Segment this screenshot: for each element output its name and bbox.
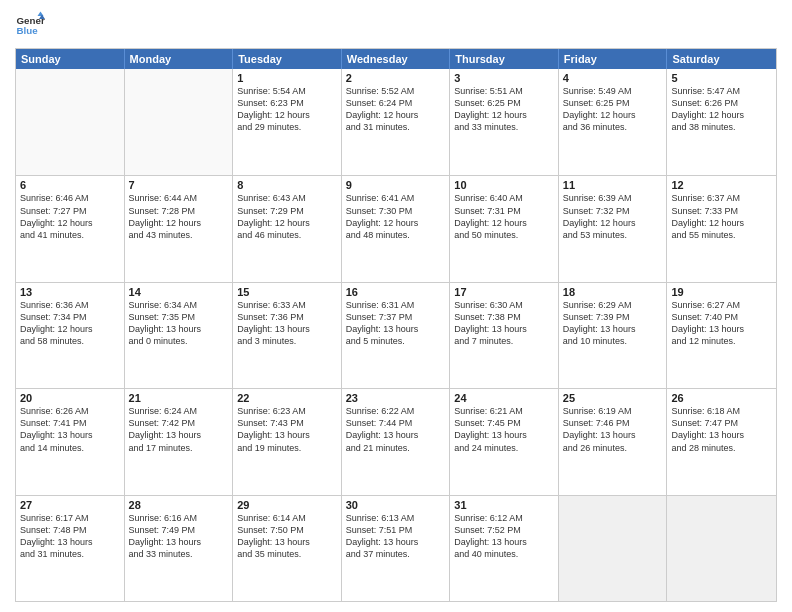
day-cell-15: 15Sunrise: 6:33 AMSunset: 7:36 PMDayligh… [233,283,342,388]
day-info: Sunrise: 5:54 AMSunset: 6:23 PMDaylight:… [237,85,337,134]
day-number: 14 [129,286,229,298]
day-info: Sunrise: 6:30 AMSunset: 7:38 PMDaylight:… [454,299,554,348]
day-cell-11: 11Sunrise: 6:39 AMSunset: 7:32 PMDayligh… [559,176,668,281]
day-cell-9: 9Sunrise: 6:41 AMSunset: 7:30 PMDaylight… [342,176,451,281]
day-cell-13: 13Sunrise: 6:36 AMSunset: 7:34 PMDayligh… [16,283,125,388]
day-cell-8: 8Sunrise: 6:43 AMSunset: 7:29 PMDaylight… [233,176,342,281]
day-number: 3 [454,72,554,84]
day-info: Sunrise: 6:44 AMSunset: 7:28 PMDaylight:… [129,192,229,241]
day-info: Sunrise: 6:41 AMSunset: 7:30 PMDaylight:… [346,192,446,241]
day-cell-6: 6Sunrise: 6:46 AMSunset: 7:27 PMDaylight… [16,176,125,281]
day-info: Sunrise: 5:51 AMSunset: 6:25 PMDaylight:… [454,85,554,134]
day-number: 16 [346,286,446,298]
day-info: Sunrise: 6:14 AMSunset: 7:50 PMDaylight:… [237,512,337,561]
header-day-saturday: Saturday [667,49,776,69]
day-info: Sunrise: 6:46 AMSunset: 7:27 PMDaylight:… [20,192,120,241]
day-number: 8 [237,179,337,191]
day-cell-21: 21Sunrise: 6:24 AMSunset: 7:42 PMDayligh… [125,389,234,494]
header-day-wednesday: Wednesday [342,49,451,69]
day-info: Sunrise: 6:31 AMSunset: 7:37 PMDaylight:… [346,299,446,348]
day-number: 22 [237,392,337,404]
calendar-header: SundayMondayTuesdayWednesdayThursdayFrid… [16,49,776,69]
day-info: Sunrise: 6:12 AMSunset: 7:52 PMDaylight:… [454,512,554,561]
day-cell-10: 10Sunrise: 6:40 AMSunset: 7:31 PMDayligh… [450,176,559,281]
day-cell-31: 31Sunrise: 6:12 AMSunset: 7:52 PMDayligh… [450,496,559,601]
day-info: Sunrise: 6:19 AMSunset: 7:46 PMDaylight:… [563,405,663,454]
day-cell-23: 23Sunrise: 6:22 AMSunset: 7:44 PMDayligh… [342,389,451,494]
day-info: Sunrise: 6:24 AMSunset: 7:42 PMDaylight:… [129,405,229,454]
day-number: 15 [237,286,337,298]
day-info: Sunrise: 6:39 AMSunset: 7:32 PMDaylight:… [563,192,663,241]
day-info: Sunrise: 5:47 AMSunset: 6:26 PMDaylight:… [671,85,772,134]
day-cell-1: 1Sunrise: 5:54 AMSunset: 6:23 PMDaylight… [233,69,342,175]
calendar-week-4: 20Sunrise: 6:26 AMSunset: 7:41 PMDayligh… [16,388,776,494]
logo-icon: General Blue [15,10,45,40]
svg-text:General: General [17,15,46,26]
day-number: 6 [20,179,120,191]
empty-cell [559,496,668,601]
day-info: Sunrise: 5:52 AMSunset: 6:24 PMDaylight:… [346,85,446,134]
day-cell-7: 7Sunrise: 6:44 AMSunset: 7:28 PMDaylight… [125,176,234,281]
day-info: Sunrise: 6:36 AMSunset: 7:34 PMDaylight:… [20,299,120,348]
day-cell-4: 4Sunrise: 5:49 AMSunset: 6:25 PMDaylight… [559,69,668,175]
day-number: 20 [20,392,120,404]
day-info: Sunrise: 6:43 AMSunset: 7:29 PMDaylight:… [237,192,337,241]
day-cell-26: 26Sunrise: 6:18 AMSunset: 7:47 PMDayligh… [667,389,776,494]
day-number: 10 [454,179,554,191]
day-cell-16: 16Sunrise: 6:31 AMSunset: 7:37 PMDayligh… [342,283,451,388]
calendar-week-3: 13Sunrise: 6:36 AMSunset: 7:34 PMDayligh… [16,282,776,388]
header-day-friday: Friday [559,49,668,69]
day-cell-27: 27Sunrise: 6:17 AMSunset: 7:48 PMDayligh… [16,496,125,601]
day-number: 27 [20,499,120,511]
svg-marker-2 [38,12,44,17]
calendar: SundayMondayTuesdayWednesdayThursdayFrid… [15,48,777,602]
day-number: 5 [671,72,772,84]
page: General Blue SundayMondayTuesdayWednesda… [0,0,792,612]
day-info: Sunrise: 6:40 AMSunset: 7:31 PMDaylight:… [454,192,554,241]
empty-cell [125,69,234,175]
header-day-thursday: Thursday [450,49,559,69]
day-info: Sunrise: 6:21 AMSunset: 7:45 PMDaylight:… [454,405,554,454]
day-cell-3: 3Sunrise: 5:51 AMSunset: 6:25 PMDaylight… [450,69,559,175]
day-info: Sunrise: 6:26 AMSunset: 7:41 PMDaylight:… [20,405,120,454]
day-number: 24 [454,392,554,404]
day-info: Sunrise: 6:18 AMSunset: 7:47 PMDaylight:… [671,405,772,454]
day-cell-30: 30Sunrise: 6:13 AMSunset: 7:51 PMDayligh… [342,496,451,601]
header-day-monday: Monday [125,49,234,69]
day-info: Sunrise: 6:37 AMSunset: 7:33 PMDaylight:… [671,192,772,241]
header: General Blue [15,10,777,40]
day-info: Sunrise: 6:16 AMSunset: 7:49 PMDaylight:… [129,512,229,561]
day-number: 1 [237,72,337,84]
day-info: Sunrise: 6:17 AMSunset: 7:48 PMDaylight:… [20,512,120,561]
svg-text:Blue: Blue [17,25,39,36]
header-day-tuesday: Tuesday [233,49,342,69]
day-cell-17: 17Sunrise: 6:30 AMSunset: 7:38 PMDayligh… [450,283,559,388]
day-cell-14: 14Sunrise: 6:34 AMSunset: 7:35 PMDayligh… [125,283,234,388]
day-number: 19 [671,286,772,298]
day-info: Sunrise: 6:33 AMSunset: 7:36 PMDaylight:… [237,299,337,348]
day-cell-20: 20Sunrise: 6:26 AMSunset: 7:41 PMDayligh… [16,389,125,494]
day-number: 25 [563,392,663,404]
day-cell-18: 18Sunrise: 6:29 AMSunset: 7:39 PMDayligh… [559,283,668,388]
day-number: 11 [563,179,663,191]
day-cell-12: 12Sunrise: 6:37 AMSunset: 7:33 PMDayligh… [667,176,776,281]
day-number: 13 [20,286,120,298]
day-cell-28: 28Sunrise: 6:16 AMSunset: 7:49 PMDayligh… [125,496,234,601]
day-cell-24: 24Sunrise: 6:21 AMSunset: 7:45 PMDayligh… [450,389,559,494]
day-number: 21 [129,392,229,404]
day-number: 23 [346,392,446,404]
day-number: 30 [346,499,446,511]
day-info: Sunrise: 6:29 AMSunset: 7:39 PMDaylight:… [563,299,663,348]
logo: General Blue [15,10,45,40]
calendar-week-1: 1Sunrise: 5:54 AMSunset: 6:23 PMDaylight… [16,69,776,175]
day-cell-2: 2Sunrise: 5:52 AMSunset: 6:24 PMDaylight… [342,69,451,175]
empty-cell [16,69,125,175]
day-number: 9 [346,179,446,191]
day-cell-25: 25Sunrise: 6:19 AMSunset: 7:46 PMDayligh… [559,389,668,494]
day-number: 12 [671,179,772,191]
calendar-body: 1Sunrise: 5:54 AMSunset: 6:23 PMDaylight… [16,69,776,601]
day-number: 26 [671,392,772,404]
day-cell-5: 5Sunrise: 5:47 AMSunset: 6:26 PMDaylight… [667,69,776,175]
empty-cell [667,496,776,601]
day-number: 2 [346,72,446,84]
